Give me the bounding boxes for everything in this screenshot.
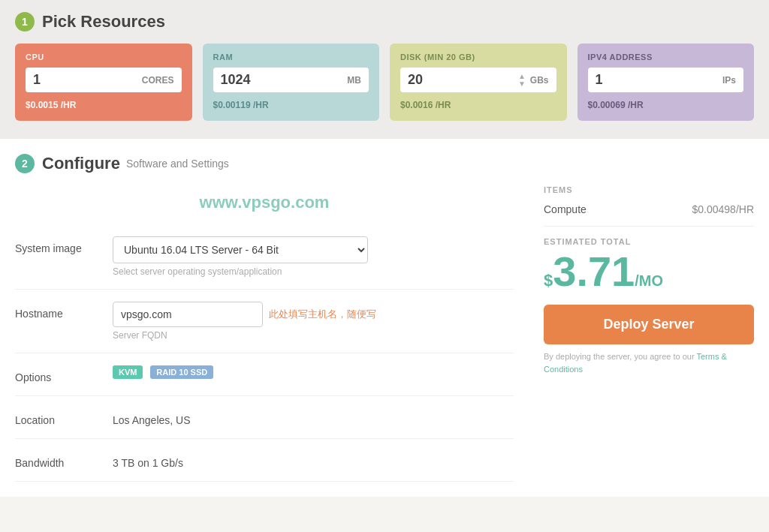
- section1-header: 1 Pick Resources: [15, 12, 754, 32]
- section2-header: 2 Configure Software and Settings: [15, 154, 754, 173]
- system-image-control: Ubuntu 16.04 LTS Server - 64 Bit CentOS …: [113, 236, 514, 277]
- options-row: Options KVM RAID 10 SSD: [15, 353, 514, 396]
- section2-title: Configure: [42, 154, 120, 173]
- section2-configure: 2 Configure Software and Settings www.vp…: [0, 139, 769, 497]
- cpu-card: CPU CORES $0.0015 /HR: [15, 44, 192, 121]
- system-image-label: System image: [15, 236, 113, 254]
- pricing-panel: ITEMS Compute $0.00498/HR ESTIMATED TOTA…: [529, 185, 754, 482]
- system-image-hint: Select server operating system/applicati…: [113, 266, 514, 277]
- disk-input[interactable]: [408, 72, 515, 88]
- ram-unit: MB: [347, 75, 361, 86]
- location-row: Location Los Angeles, US: [15, 396, 514, 439]
- disk-spin-down[interactable]: ▼: [518, 80, 526, 88]
- compute-label: Compute: [544, 203, 587, 215]
- ipv4-price: $0.00069 /HR: [588, 100, 744, 110]
- deploy-server-button[interactable]: Deploy Server: [544, 305, 754, 344]
- location-control: Los Angeles, US: [113, 408, 514, 426]
- ram-price: $0.00119 /HR: [213, 100, 369, 110]
- system-image-row: System image Ubuntu 16.04 LTS Server - 6…: [15, 224, 514, 290]
- disk-spinner: ▲ ▼: [518, 73, 526, 88]
- section1-pick-resources: 1 Pick Resources CPU CORES $0.0015 /HR R…: [0, 0, 769, 139]
- location-label: Location: [15, 408, 113, 426]
- items-label: ITEMS: [544, 185, 754, 194]
- hostname-input-row: 此处填写主机名，随便写: [113, 302, 514, 327]
- cpu-label: CPU: [26, 53, 182, 62]
- options-control: KVM RAID 10 SSD: [113, 365, 514, 379]
- hostname-row: Hostname 此处填写主机名，随便写 Server FQDN: [15, 290, 514, 353]
- ipv4-input[interactable]: [596, 72, 718, 88]
- hostname-control: 此处填写主机名，随便写 Server FQDN: [113, 302, 514, 341]
- disk-price: $0.0016 /HR: [400, 100, 556, 110]
- dollar-sign: $: [544, 271, 553, 290]
- compute-row: Compute $0.00498/HR: [544, 203, 754, 215]
- hostname-fqdn-hint: Server FQDN: [113, 330, 514, 341]
- section2-subtitle: Software and Settings: [126, 158, 229, 170]
- resource-cards: CPU CORES $0.0015 /HR RAM MB $0.00119 /H…: [15, 44, 754, 121]
- section2-inner: www.vpsgo.com System image Ubuntu 16.04 …: [15, 185, 754, 482]
- watermark: www.vpsgo.com: [15, 193, 514, 212]
- terms-link[interactable]: Terms & Conditions: [544, 352, 727, 374]
- cpu-input-row: CORES: [26, 68, 182, 92]
- options-label: Options: [15, 365, 113, 383]
- panel-divider: [544, 226, 754, 227]
- step1-badge: 1: [15, 12, 35, 32]
- ram-input-row: MB: [213, 68, 369, 92]
- bandwidth-row: Bandwidth 3 TB on 1 Gb/s: [15, 439, 514, 482]
- disk-input-row: ▲ ▼ GBs: [400, 68, 556, 92]
- hostname-label: Hostname: [15, 302, 113, 320]
- ipv4-card: IPV4 ADDRESS IPs $0.00069 /HR: [578, 44, 755, 121]
- hostname-hint-text: 此处填写主机名，随便写: [269, 308, 376, 321]
- disk-spin-up[interactable]: ▲: [518, 73, 526, 80]
- bandwidth-value: 3 TB on 1 Gb/s: [113, 451, 514, 469]
- terms-text: By deploying the server, you agree to ou…: [544, 350, 754, 375]
- disk-card: DISK (MIN 20 GB) ▲ ▼ GBs $0.0016 /HR: [390, 44, 567, 121]
- total-amount: 3.71: [553, 251, 635, 293]
- bandwidth-control: 3 TB on 1 Gb/s: [113, 451, 514, 469]
- estimated-total: $ 3.71 /MO: [544, 251, 754, 293]
- cpu-price: $0.0015 /HR: [26, 100, 182, 110]
- badge-raid: RAID 10 SSD: [150, 365, 213, 379]
- badge-kvm: KVM: [113, 365, 143, 379]
- per-mo: /MO: [635, 272, 663, 290]
- ram-input[interactable]: [221, 72, 343, 88]
- page: 1 Pick Resources CPU CORES $0.0015 /HR R…: [0, 0, 769, 532]
- ram-label: RAM: [213, 53, 369, 62]
- section1-title: Pick Resources: [42, 12, 165, 32]
- system-image-select[interactable]: Ubuntu 16.04 LTS Server - 64 Bit CentOS …: [113, 236, 368, 263]
- disk-label: DISK (MIN 20 GB): [400, 53, 556, 62]
- ipv4-label: IPV4 ADDRESS: [588, 53, 744, 62]
- hostname-input[interactable]: [113, 302, 263, 327]
- bandwidth-label: Bandwidth: [15, 451, 113, 469]
- configure-form: www.vpsgo.com System image Ubuntu 16.04 …: [15, 185, 514, 482]
- cpu-input[interactable]: [33, 72, 137, 88]
- compute-price: $0.00498/HR: [692, 203, 754, 215]
- estimated-label: ESTIMATED TOTAL: [544, 237, 754, 246]
- location-value: Los Angeles, US: [113, 408, 514, 426]
- ipv4-input-row: IPs: [588, 68, 744, 92]
- cpu-unit: CORES: [142, 75, 174, 86]
- disk-unit: GBs: [530, 75, 549, 86]
- ram-card: RAM MB $0.00119 /HR: [203, 44, 380, 121]
- ipv4-unit: IPs: [722, 75, 736, 86]
- step2-badge: 2: [15, 154, 35, 173]
